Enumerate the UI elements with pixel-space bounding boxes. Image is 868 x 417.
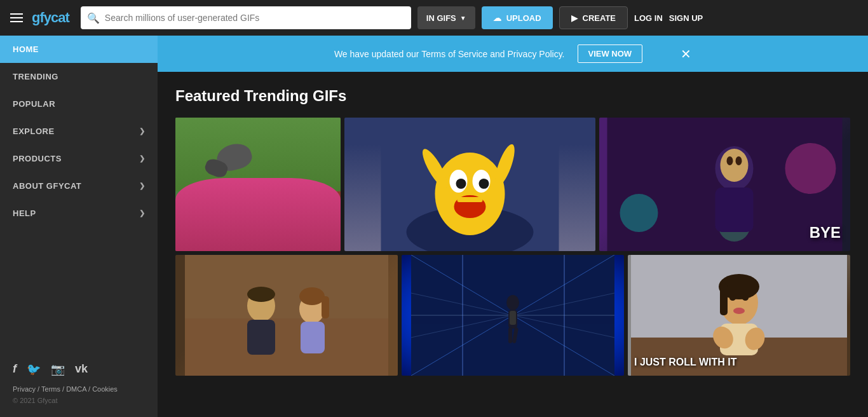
svg-point-55: [733, 308, 745, 314]
top-navigation: gfycat 🔍 IN GIFS ▼ ☁ UPLOAD ▶ CREATE LOG…: [0, 0, 868, 36]
hamburger-menu[interactable]: [8, 11, 25, 25]
copyright: © 2021 Gfycat: [13, 397, 145, 404]
svg-point-27: [247, 287, 275, 302]
instagram-icon[interactable]: 📷: [51, 362, 65, 376]
svg-rect-41: [564, 255, 565, 376]
chevron-down-icon: ❯: [139, 209, 146, 217]
create-icon: ▶: [571, 13, 578, 23]
sidebar: HOME TRENDING POPULAR EXPLORE ❯ PRODUCTS…: [0, 36, 158, 417]
svg-rect-29: [322, 296, 329, 318]
login-button[interactable]: LOG IN: [634, 13, 663, 23]
svg-point-12: [620, 194, 658, 232]
svg-point-5: [456, 179, 466, 189]
gif-item-dance[interactable]: [402, 255, 624, 376]
create-label: CREATE: [583, 13, 616, 23]
chevron-down-icon: ▼: [460, 15, 466, 22]
signup-button[interactable]: SIGN UP: [669, 13, 703, 23]
gif-item-friends[interactable]: [175, 255, 398, 376]
sidebar-label-about: ABOUT GFYCAT: [13, 181, 81, 191]
svg-rect-44: [510, 311, 516, 325]
svg-rect-22: [185, 318, 388, 376]
svg-point-53: [729, 296, 736, 301]
search-icon: 🔍: [87, 12, 100, 24]
svg-point-28: [299, 287, 325, 305]
cookies-link[interactable]: Cookies: [92, 385, 118, 393]
svg-point-13: [785, 143, 836, 194]
dmca-link[interactable]: DMCA: [66, 385, 86, 393]
sidebar-label-products: PRODUCTS: [13, 154, 62, 163]
svg-rect-52: [720, 284, 728, 315]
chevron-down-icon: ❯: [139, 127, 146, 135]
gif-grid-bottom: I JUST ROLL WITH IT: [175, 255, 850, 376]
search-type-button[interactable]: IN GIFS ▼: [417, 6, 475, 29]
gif-item-cartoon[interactable]: [344, 118, 595, 251]
bye-text: BYE: [810, 224, 841, 242]
search-input[interactable]: [105, 13, 405, 23]
banner-text: We have updated our Terms of Service and…: [334, 49, 565, 59]
sidebar-label-home: HOME: [13, 44, 39, 54]
sidebar-item-trending[interactable]: TRENDING: [0, 63, 158, 90]
sidebar-item-popular[interactable]: POPULAR: [0, 90, 158, 118]
section-title: Featured Trending GIFs: [175, 87, 850, 105]
close-icon[interactable]: ✕: [681, 48, 691, 60]
gif-item-dog[interactable]: [175, 118, 341, 251]
sidebar-label-trending: TRENDING: [13, 72, 58, 81]
svg-rect-26: [301, 322, 325, 353]
social-icons: f 🐦 📷 vk: [13, 362, 145, 376]
gif-grid-top: BYE: [175, 118, 850, 251]
svg-point-6: [479, 179, 489, 189]
chevron-down-icon: ❯: [139, 182, 146, 190]
svg-rect-45: [508, 327, 512, 343]
upload-button[interactable]: ☁ UPLOAD: [482, 6, 553, 29]
svg-rect-8: [458, 197, 483, 202]
twitter-icon[interactable]: 🐦: [27, 362, 41, 376]
roll-with-it-text: I JUST ROLL WITH IT: [634, 357, 736, 368]
svg-point-19: [736, 156, 742, 165]
sidebar-item-explore[interactable]: EXPLORE ❯: [0, 118, 158, 145]
svg-point-2: [435, 153, 505, 235]
terms-link[interactable]: Terms: [41, 385, 60, 393]
gif-item-loki[interactable]: BYE: [599, 118, 850, 251]
sidebar-item-about[interactable]: ABOUT GFYCAT ❯: [0, 172, 158, 200]
svg-point-54: [742, 296, 749, 301]
sidebar-label-explore: EXPLORE: [13, 126, 55, 136]
upload-cloud-icon: ☁: [493, 13, 501, 23]
sidebar-label-help: HELP: [13, 208, 36, 218]
main-layout: HOME TRENDING POPULAR EXPLORE ❯ PRODUCTS…: [0, 36, 868, 417]
vk-icon[interactable]: vk: [75, 362, 88, 376]
svg-rect-24: [247, 320, 275, 355]
chevron-down-icon: ❯: [139, 154, 146, 163]
svg-rect-40: [462, 255, 463, 376]
content-area: We have updated our Terms of Service and…: [158, 36, 868, 417]
upload-label: UPLOAD: [506, 13, 541, 23]
gif-item-kim[interactable]: I JUST ROLL WITH IT: [628, 255, 850, 376]
privacy-link[interactable]: Privacy: [13, 385, 36, 393]
announcement-banner: We have updated our Terms of Service and…: [158, 36, 868, 72]
svg-point-42: [506, 295, 519, 310]
svg-point-17: [721, 149, 749, 182]
svg-rect-16: [715, 188, 754, 232]
facebook-icon[interactable]: f: [13, 362, 17, 376]
sidebar-item-help[interactable]: HELP ❯: [0, 200, 158, 227]
search-bar: 🔍: [81, 6, 411, 29]
sidebar-footer: f 🐦 📷 vk Privacy / Terms / DMCA / Cookie…: [0, 350, 158, 417]
svg-point-18: [727, 156, 733, 165]
footer-links: Privacy / Terms / DMCA / Cookies: [13, 385, 145, 393]
gif-area: Featured Trending GIFs: [158, 72, 868, 391]
view-now-button[interactable]: VIEW NOW: [578, 44, 643, 63]
sidebar-label-popular: POPULAR: [13, 99, 55, 109]
search-type-label: IN GIFS: [426, 13, 456, 23]
sidebar-item-products[interactable]: PRODUCTS ❯: [0, 145, 158, 172]
sidebar-item-home[interactable]: HOME: [0, 36, 158, 63]
site-logo[interactable]: gfycat: [32, 10, 69, 26]
create-button[interactable]: ▶ CREATE: [559, 6, 628, 29]
